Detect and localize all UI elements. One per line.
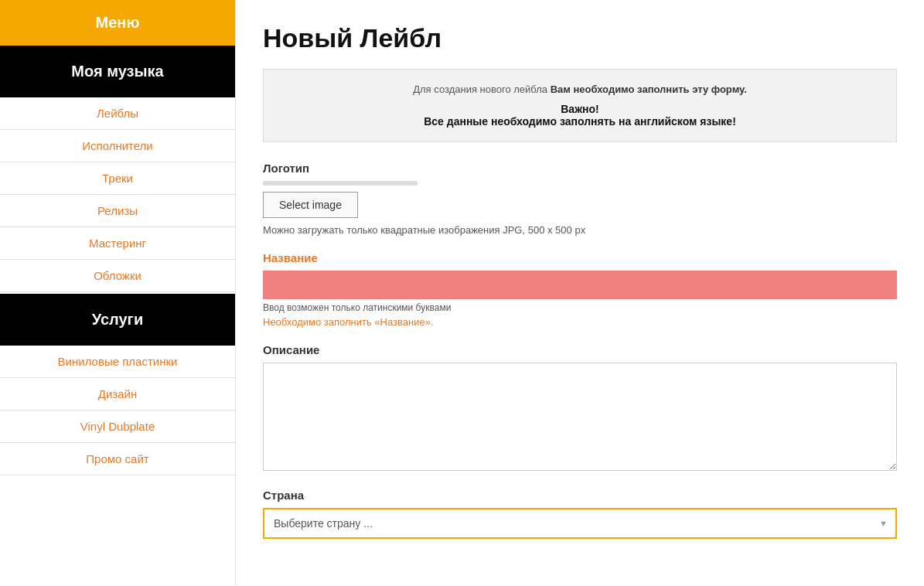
services-label: Услуги	[92, 311, 144, 328]
description-section: Описание	[263, 343, 897, 473]
menu-label: Меню	[96, 14, 140, 31]
description-label: Описание	[263, 343, 897, 356]
info-line1-normal: Для создания нового лейбла	[413, 83, 550, 95]
info-important-label: Важно!	[561, 103, 599, 115]
name-input[interactable]	[263, 271, 897, 299]
description-textarea[interactable]	[263, 363, 897, 471]
logo-progress-bar	[263, 181, 418, 186]
sidebar: Меню Моя музыка Лейблы Исполнители Треки…	[0, 0, 236, 586]
sidebar-item-artists[interactable]: Исполнители	[0, 130, 235, 162]
name-section: Название Ввод возможен только латинскими…	[263, 251, 897, 328]
sidebar-item-vinyl-dubplate[interactable]: Vinyl Dubplate	[0, 411, 235, 443]
info-important-text: Все данные необходимо заполнять на англи…	[424, 115, 736, 128]
sidebar-item-vinyl[interactable]: Виниловые пластинки	[0, 346, 235, 378]
info-important: Важно! Все данные необходимо заполнять н…	[279, 103, 881, 128]
sidebar-item-promo-site[interactable]: Промо сайт	[0, 443, 235, 475]
sidebar-item-labels[interactable]: Лейблы	[0, 97, 235, 130]
name-label: Название	[263, 251, 897, 264]
services-header: Услуги	[0, 294, 235, 346]
name-input-hint: Ввод возможен только латинскими буквами	[263, 302, 897, 313]
upload-hint: Можно загружать только квадратные изобра…	[263, 224, 897, 236]
info-line1: Для создания нового лейбла Вам необходим…	[279, 83, 881, 95]
name-error: Необходимо заполнить «Название».	[263, 316, 897, 328]
page-title: Новый Лейбл	[263, 23, 897, 53]
select-image-button[interactable]: Select image	[263, 192, 358, 218]
country-label: Страна	[263, 489, 897, 502]
sidebar-item-tracks[interactable]: Треки	[0, 162, 235, 195]
sidebar-item-releases[interactable]: Релизы	[0, 195, 235, 227]
my-music-label: Моя музыка	[71, 63, 163, 80]
logo-section: Логотип Select image Можно загружать тол…	[263, 162, 897, 236]
logo-label: Логотип	[263, 162, 897, 175]
country-select-wrapper: Выберите страну ...	[263, 508, 897, 539]
my-music-header: Моя музыка	[0, 46, 235, 97]
info-line1-bold: Вам необходимо заполнить эту форму.	[551, 83, 747, 95]
menu-header: Меню	[0, 0, 235, 46]
country-section: Страна Выберите страну ...	[263, 489, 897, 539]
info-box: Для создания нового лейбла Вам необходим…	[263, 69, 897, 142]
main-content: Новый Лейбл Для создания нового лейбла В…	[236, 0, 924, 586]
sidebar-item-mastering[interactable]: Мастеринг	[0, 227, 235, 260]
sidebar-item-covers[interactable]: Обложки	[0, 260, 235, 292]
sidebar-item-design[interactable]: Дизайн	[0, 378, 235, 411]
country-select[interactable]: Выберите страну ...	[263, 508, 897, 539]
